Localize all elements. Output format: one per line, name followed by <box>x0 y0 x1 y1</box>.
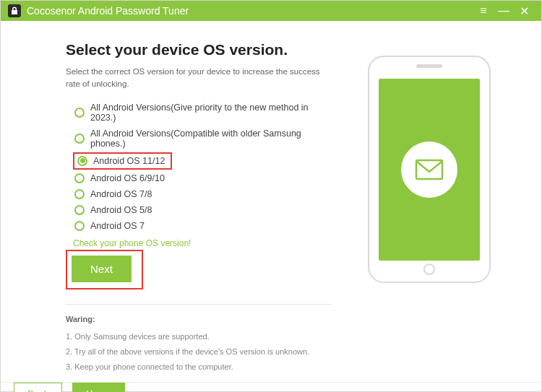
radio-label: All Android Versions(Compatible with old… <box>90 129 330 149</box>
radio-icon <box>74 108 85 118</box>
os-option-7[interactable]: Android OS 7 <box>73 218 332 234</box>
phone-screen <box>379 79 480 261</box>
warning-line-2: 2. Try all of the above versions if the … <box>66 344 332 360</box>
radio-icon <box>74 173 85 183</box>
os-option-5-8[interactable]: Android OS 5/8 <box>73 202 332 218</box>
close-button[interactable]: ✕ <box>514 1 534 21</box>
app-title: Cocosenor Android Password Tuner <box>27 5 189 17</box>
app-logo-icon <box>8 4 21 17</box>
next-highlight-box: Next <box>66 250 143 289</box>
os-option-all-2023[interactable]: All Android Versions(Give priority to th… <box>73 100 332 126</box>
envelope-icon <box>415 159 444 180</box>
os-options-group: All Android Versions(Give priority to th… <box>73 100 332 234</box>
mail-circle-icon <box>401 141 457 198</box>
phone-illustration <box>368 56 491 283</box>
warning-title: Waring: <box>66 312 332 327</box>
warning-line-3: 3. Keep your phone connected to the comp… <box>66 360 332 375</box>
radio-label: Android OS 7 <box>90 221 145 231</box>
radio-icon <box>74 205 85 215</box>
radio-label: Android OS 5/8 <box>90 205 152 215</box>
highlighted-option-box: Android OS 11/12 <box>73 152 172 170</box>
radio-icon <box>74 221 85 231</box>
app-window: Cocosenor Android Password Tuner ≡ — ✕ S… <box>0 0 542 392</box>
warning-line-1: 1. Only Samsung devices are supported. <box>66 329 332 344</box>
radio-label: Android OS 7/8 <box>90 189 152 199</box>
os-option-7-8[interactable]: Android OS 7/8 <box>73 186 332 202</box>
left-column: Select your device OS version. Select th… <box>66 41 332 375</box>
footer-bar: Back Home <box>1 382 541 392</box>
content-area: Select your device OS version. Select th… <box>1 21 541 382</box>
back-button[interactable]: Back <box>14 383 62 392</box>
right-column <box>361 41 498 375</box>
minimize-button[interactable]: — <box>494 1 514 21</box>
next-button[interactable]: Next <box>72 256 132 282</box>
radio-icon <box>77 156 87 166</box>
radio-icon <box>74 134 85 144</box>
page-heading: Select your device OS version. <box>66 41 332 58</box>
svg-rect-0 <box>416 160 442 179</box>
home-button[interactable]: Home <box>72 383 125 392</box>
os-option-11-12[interactable]: Android OS 11/12 <box>76 154 166 168</box>
os-option-all-older[interactable]: All Android Versions(Compatible with old… <box>73 126 332 152</box>
page-subheading: Select the correct OS version for your d… <box>66 66 332 91</box>
os-option-6-9-10[interactable]: Android OS 6/9/10 <box>73 170 332 186</box>
check-os-version-link[interactable]: Check your phone OS version! <box>73 238 332 248</box>
title-bar: Cocosenor Android Password Tuner ≡ — ✕ <box>1 1 541 21</box>
radio-label: Android OS 6/9/10 <box>90 173 165 183</box>
menu-button[interactable]: ≡ <box>473 1 494 21</box>
warning-section: Waring: 1. Only Samsung devices are supp… <box>66 304 332 375</box>
radio-icon <box>74 189 85 199</box>
radio-label: Android OS 11/12 <box>93 156 165 166</box>
radio-label: All Android Versions(Give priority to th… <box>90 103 330 123</box>
